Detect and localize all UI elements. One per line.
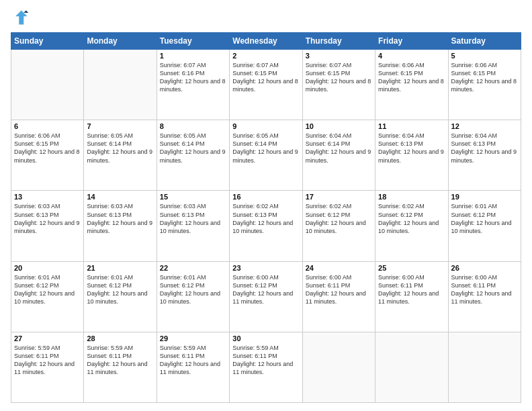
cell-info: Sunrise: 6:00 AMSunset: 6:11 PMDaylight:…	[306, 273, 372, 306]
calendar-header-saturday: Saturday	[448, 33, 521, 50]
day-number: 19	[451, 193, 518, 201]
calendar-cell: 23Sunrise: 6:00 AMSunset: 6:12 PMDayligh…	[230, 261, 302, 332]
calendar-cell: 1Sunrise: 6:07 AMSunset: 6:16 PMDaylight…	[157, 50, 229, 120]
cell-info: Sunrise: 6:07 AMSunset: 6:15 PMDaylight:…	[306, 61, 372, 94]
cell-info: Sunrise: 6:00 AMSunset: 6:11 PMDaylight:…	[451, 273, 518, 306]
calendar-cell	[11, 50, 84, 120]
calendar-cell: 22Sunrise: 6:01 AMSunset: 6:12 PMDayligh…	[157, 261, 229, 332]
calendar-cell: 9Sunrise: 6:05 AMSunset: 6:14 PMDaylight…	[230, 120, 302, 191]
calendar-cell	[375, 332, 448, 402]
logo	[11, 8, 32, 27]
calendar-cell: 11Sunrise: 6:04 AMSunset: 6:13 PMDayligh…	[375, 120, 448, 191]
calendar-cell: 5Sunrise: 6:06 AMSunset: 6:15 PMDaylight…	[448, 50, 521, 120]
day-number: 11	[378, 122, 445, 130]
cell-info: Sunrise: 6:04 AMSunset: 6:13 PMDaylight:…	[378, 132, 445, 165]
cell-info: Sunrise: 6:00 AMSunset: 6:11 PMDaylight:…	[378, 273, 445, 306]
calendar-cell: 7Sunrise: 6:05 AMSunset: 6:14 PMDaylight…	[84, 120, 157, 191]
calendar-header-thursday: Thursday	[302, 33, 375, 50]
day-number: 10	[306, 122, 372, 130]
calendar-cell: 6Sunrise: 6:06 AMSunset: 6:15 PMDaylight…	[11, 120, 84, 191]
logo-icon	[11, 8, 30, 27]
day-number: 23	[232, 264, 299, 272]
calendar-header-row: SundayMondayTuesdayWednesdayThursdayFrid…	[11, 33, 521, 50]
week-row-3: 20Sunrise: 6:01 AMSunset: 6:12 PMDayligh…	[11, 261, 521, 332]
day-number: 16	[232, 193, 299, 201]
calendar-cell: 19Sunrise: 6:01 AMSunset: 6:12 PMDayligh…	[448, 191, 521, 261]
cell-info: Sunrise: 5:59 AMSunset: 6:11 PMDaylight:…	[87, 344, 153, 377]
day-number: 24	[306, 264, 372, 272]
day-number: 7	[87, 122, 153, 130]
calendar-cell: 16Sunrise: 6:02 AMSunset: 6:13 PMDayligh…	[230, 191, 302, 261]
calendar-cell	[448, 332, 521, 402]
cell-info: Sunrise: 6:06 AMSunset: 6:15 PMDaylight:…	[378, 61, 445, 94]
cell-info: Sunrise: 6:06 AMSunset: 6:15 PMDaylight:…	[14, 132, 81, 165]
day-number: 1	[160, 52, 226, 60]
day-number: 18	[378, 193, 445, 201]
calendar-cell: 3Sunrise: 6:07 AMSunset: 6:15 PMDaylight…	[302, 50, 375, 120]
calendar-cell: 8Sunrise: 6:05 AMSunset: 6:14 PMDaylight…	[157, 120, 229, 191]
cell-info: Sunrise: 6:04 AMSunset: 6:14 PMDaylight:…	[306, 132, 372, 165]
calendar-cell: 29Sunrise: 5:59 AMSunset: 6:11 PMDayligh…	[157, 332, 229, 402]
calendar-cell: 10Sunrise: 6:04 AMSunset: 6:14 PMDayligh…	[302, 120, 375, 191]
day-number: 22	[160, 264, 226, 272]
cell-info: Sunrise: 6:02 AMSunset: 6:12 PMDaylight:…	[306, 202, 372, 235]
calendar-cell: 14Sunrise: 6:03 AMSunset: 6:13 PMDayligh…	[84, 191, 157, 261]
day-number: 5	[451, 52, 518, 60]
week-row-2: 13Sunrise: 6:03 AMSunset: 6:13 PMDayligh…	[11, 191, 521, 261]
cell-info: Sunrise: 5:59 AMSunset: 6:11 PMDaylight:…	[14, 344, 81, 377]
day-number: 26	[451, 264, 518, 272]
cell-info: Sunrise: 5:59 AMSunset: 6:11 PMDaylight:…	[232, 344, 299, 377]
calendar-cell: 27Sunrise: 5:59 AMSunset: 6:11 PMDayligh…	[11, 332, 84, 402]
cell-info: Sunrise: 6:05 AMSunset: 6:14 PMDaylight:…	[87, 132, 153, 165]
calendar-cell: 2Sunrise: 6:07 AMSunset: 6:15 PMDaylight…	[230, 50, 302, 120]
day-number: 25	[378, 264, 445, 272]
day-number: 29	[160, 334, 226, 342]
calendar-cell: 12Sunrise: 6:04 AMSunset: 6:13 PMDayligh…	[448, 120, 521, 191]
cell-info: Sunrise: 6:02 AMSunset: 6:12 PMDaylight:…	[378, 202, 445, 235]
day-number: 8	[160, 122, 226, 130]
calendar-cell: 25Sunrise: 6:00 AMSunset: 6:11 PMDayligh…	[375, 261, 448, 332]
cell-info: Sunrise: 6:03 AMSunset: 6:13 PMDaylight:…	[160, 202, 226, 235]
day-number: 30	[232, 334, 299, 342]
calendar-cell: 15Sunrise: 6:03 AMSunset: 6:13 PMDayligh…	[157, 191, 229, 261]
day-number: 27	[14, 334, 81, 342]
day-number: 21	[87, 264, 153, 272]
calendar-header-sunday: Sunday	[11, 33, 84, 50]
day-number: 28	[87, 334, 153, 342]
calendar-header-wednesday: Wednesday	[230, 33, 302, 50]
day-number: 9	[232, 122, 299, 130]
cell-info: Sunrise: 6:05 AMSunset: 6:14 PMDaylight:…	[160, 132, 226, 165]
week-row-0: 1Sunrise: 6:07 AMSunset: 6:16 PMDaylight…	[11, 50, 521, 120]
week-row-4: 27Sunrise: 5:59 AMSunset: 6:11 PMDayligh…	[11, 332, 521, 402]
calendar-cell: 17Sunrise: 6:02 AMSunset: 6:12 PMDayligh…	[302, 191, 375, 261]
cell-info: Sunrise: 6:06 AMSunset: 6:15 PMDaylight:…	[451, 61, 518, 94]
day-number: 17	[306, 193, 372, 201]
cell-info: Sunrise: 6:07 AMSunset: 6:16 PMDaylight:…	[160, 61, 226, 94]
day-number: 12	[451, 122, 518, 130]
calendar-cell: 24Sunrise: 6:00 AMSunset: 6:11 PMDayligh…	[302, 261, 375, 332]
cell-info: Sunrise: 6:03 AMSunset: 6:13 PMDaylight:…	[87, 202, 153, 235]
calendar-cell: 28Sunrise: 5:59 AMSunset: 6:11 PMDayligh…	[84, 332, 157, 402]
calendar-cell: 30Sunrise: 5:59 AMSunset: 6:11 PMDayligh…	[230, 332, 302, 402]
day-number: 14	[87, 193, 153, 201]
calendar-header-tuesday: Tuesday	[157, 33, 229, 50]
cell-info: Sunrise: 6:03 AMSunset: 6:13 PMDaylight:…	[14, 202, 81, 235]
cell-info: Sunrise: 6:05 AMSunset: 6:14 PMDaylight:…	[232, 132, 299, 165]
calendar-cell: 26Sunrise: 6:00 AMSunset: 6:11 PMDayligh…	[448, 261, 521, 332]
cell-info: Sunrise: 6:01 AMSunset: 6:12 PMDaylight:…	[87, 273, 153, 306]
day-number: 2	[232, 52, 299, 60]
cell-info: Sunrise: 6:07 AMSunset: 6:15 PMDaylight:…	[232, 61, 299, 94]
week-row-1: 6Sunrise: 6:06 AMSunset: 6:15 PMDaylight…	[11, 120, 521, 191]
cell-info: Sunrise: 6:02 AMSunset: 6:13 PMDaylight:…	[232, 202, 299, 235]
calendar-header-monday: Monday	[84, 33, 157, 50]
cell-info: Sunrise: 5:59 AMSunset: 6:11 PMDaylight:…	[160, 344, 226, 377]
day-number: 15	[160, 193, 226, 201]
day-number: 20	[14, 264, 81, 272]
calendar-cell: 20Sunrise: 6:01 AMSunset: 6:12 PMDayligh…	[11, 261, 84, 332]
day-number: 13	[14, 193, 81, 201]
cell-info: Sunrise: 6:01 AMSunset: 6:12 PMDaylight:…	[14, 273, 81, 306]
calendar-cell: 18Sunrise: 6:02 AMSunset: 6:12 PMDayligh…	[375, 191, 448, 261]
cell-info: Sunrise: 6:01 AMSunset: 6:12 PMDaylight:…	[451, 202, 518, 235]
header	[11, 8, 521, 27]
calendar-cell: 21Sunrise: 6:01 AMSunset: 6:12 PMDayligh…	[84, 261, 157, 332]
